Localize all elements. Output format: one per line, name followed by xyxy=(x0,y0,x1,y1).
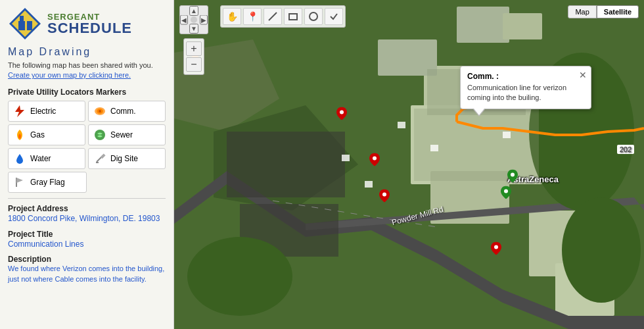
svg-rect-43 xyxy=(289,14,297,20)
sewer-icon xyxy=(93,128,107,142)
popup-close-button[interactable]: ✕ xyxy=(579,70,587,80)
svg-point-44 xyxy=(310,13,317,20)
marker-green-2[interactable] xyxy=(501,186,511,203)
svg-rect-5 xyxy=(20,16,24,21)
svg-rect-35 xyxy=(414,109,539,181)
markers-grid: Electric Comm. Gas xyxy=(8,101,166,169)
road-202-label: 202 xyxy=(617,145,634,154)
svg-rect-39 xyxy=(430,145,438,151)
marker-comm[interactable]: Comm. xyxy=(88,101,166,122)
powder-mill-label: Powder Mill Rd xyxy=(391,205,445,227)
electric-icon xyxy=(12,104,27,118)
project-title-value: Communication Lines xyxy=(8,239,166,250)
map-area[interactable]: ✋ 📍 ▲ ▼ ◀ ▶ + − Map Satellite xyxy=(174,0,644,329)
map-view-button[interactable]: Map xyxy=(568,5,596,18)
svg-point-47 xyxy=(382,193,386,197)
gray-flag-button[interactable]: Gray Flag xyxy=(8,172,87,193)
map-buildings xyxy=(174,0,644,329)
nav-left[interactable]: ◀ xyxy=(180,15,188,25)
svg-point-50 xyxy=(504,190,508,193)
project-title-section: Project Title Communication Lines xyxy=(8,230,166,250)
nav-down[interactable]: ▼ xyxy=(189,24,198,34)
project-title-label: Project Title xyxy=(8,230,166,239)
gas-icon xyxy=(12,128,27,142)
comm-label: Comm. xyxy=(110,107,136,116)
svg-line-42 xyxy=(269,13,277,20)
gray-flag-row: Gray Flag xyxy=(8,172,166,193)
project-address-value: 1800 Concord Pike, Wilmington, DE. 19803 xyxy=(8,213,166,224)
map-satellite-toggle: Map Satellite xyxy=(568,5,639,18)
left-panel: SERGEANT SCHEDULE Map Drawing The follow… xyxy=(0,0,174,329)
project-address-label: Project Address xyxy=(8,204,166,213)
svg-point-32 xyxy=(562,197,641,303)
nav-right[interactable]: ▶ xyxy=(200,15,208,25)
nav-up[interactable]: ▲ xyxy=(189,6,198,16)
svg-point-49 xyxy=(511,173,515,177)
water-label: Water xyxy=(30,154,51,163)
map-shared-desc: The following map has been shared with y… xyxy=(8,61,166,81)
info-popup: ✕ Comm. : Communication line for verizon… xyxy=(460,66,591,109)
svg-point-10 xyxy=(95,130,105,140)
toolbar-circle[interactable] xyxy=(304,8,323,25)
svg-marker-6 xyxy=(15,105,24,117)
map-nav-controls: ▲ ▼ ◀ ▶ + − xyxy=(179,5,208,75)
description-value: We found where Verizon comes into the bu… xyxy=(8,264,166,284)
zoom-out-button[interactable]: − xyxy=(186,57,202,72)
marker-red-4[interactable] xyxy=(491,242,501,259)
svg-rect-21 xyxy=(430,171,509,224)
svg-rect-2 xyxy=(18,21,25,30)
divider-1 xyxy=(8,198,166,199)
svg-rect-29 xyxy=(227,132,345,197)
svg-rect-24 xyxy=(457,7,509,43)
create-map-link[interactable]: Create your own map by clicking here. xyxy=(8,71,131,79)
zoom-controls: + − xyxy=(183,38,204,75)
logo-text: SERGEANT SCHEDULE xyxy=(47,13,132,36)
svg-point-48 xyxy=(494,245,498,249)
marker-water[interactable]: Water xyxy=(8,148,85,169)
svg-marker-28 xyxy=(306,197,644,230)
project-address-section: Project Address 1800 Concord Pike, Wilmi… xyxy=(8,204,166,224)
toolbar-rect[interactable] xyxy=(284,8,302,25)
svg-rect-38 xyxy=(398,122,405,128)
gray-flag-icon xyxy=(12,175,27,190)
svg-marker-15 xyxy=(16,178,23,183)
marker-sewer[interactable]: Sewer xyxy=(88,124,166,145)
sewer-label: Sewer xyxy=(110,130,133,139)
svg-rect-16 xyxy=(174,0,644,329)
svg-rect-36 xyxy=(342,155,350,161)
marker-digsite[interactable]: Dig Site xyxy=(88,148,166,169)
gray-flag-label: Gray Flag xyxy=(30,178,65,187)
popup-body: Communication line for verizon coming in… xyxy=(467,83,572,103)
popup-title: Comm. : xyxy=(467,72,572,81)
description-label: Description xyxy=(8,255,166,264)
comm-icon xyxy=(93,104,107,118)
nav-cross: ▲ ▼ ◀ ▶ xyxy=(179,5,208,34)
zoom-in-button[interactable]: + xyxy=(186,41,202,56)
digsite-icon xyxy=(93,151,107,166)
toolbar-pin[interactable]: 📍 xyxy=(243,8,262,25)
marker-red-2[interactable] xyxy=(369,153,380,170)
logo-icon xyxy=(8,7,42,41)
svg-rect-26 xyxy=(378,39,437,76)
gas-label: Gas xyxy=(30,130,45,139)
marker-electric[interactable]: Electric xyxy=(8,101,85,122)
svg-rect-30 xyxy=(240,204,338,257)
toolbar-hand[interactable]: ✋ xyxy=(223,8,241,25)
marker-red-3[interactable] xyxy=(379,190,390,206)
svg-point-9 xyxy=(99,110,101,113)
svg-rect-40 xyxy=(503,132,511,138)
svg-point-46 xyxy=(373,157,377,161)
svg-rect-20 xyxy=(411,105,542,184)
marker-green-1[interactable] xyxy=(507,170,518,186)
map-drawing-title: Map Drawing xyxy=(8,46,166,58)
svg-marker-27 xyxy=(174,171,644,329)
svg-point-45 xyxy=(340,111,344,114)
toolbar-check[interactable] xyxy=(325,8,343,25)
satellite-view-button[interactable]: Satellite xyxy=(597,5,639,18)
svg-rect-22 xyxy=(529,211,608,276)
marker-gas[interactable]: Gas xyxy=(8,124,85,145)
digsite-label: Dig Site xyxy=(110,154,138,163)
svg-rect-25 xyxy=(503,13,542,39)
toolbar-line[interactable] xyxy=(264,8,282,25)
marker-red-1[interactable] xyxy=(336,107,347,124)
